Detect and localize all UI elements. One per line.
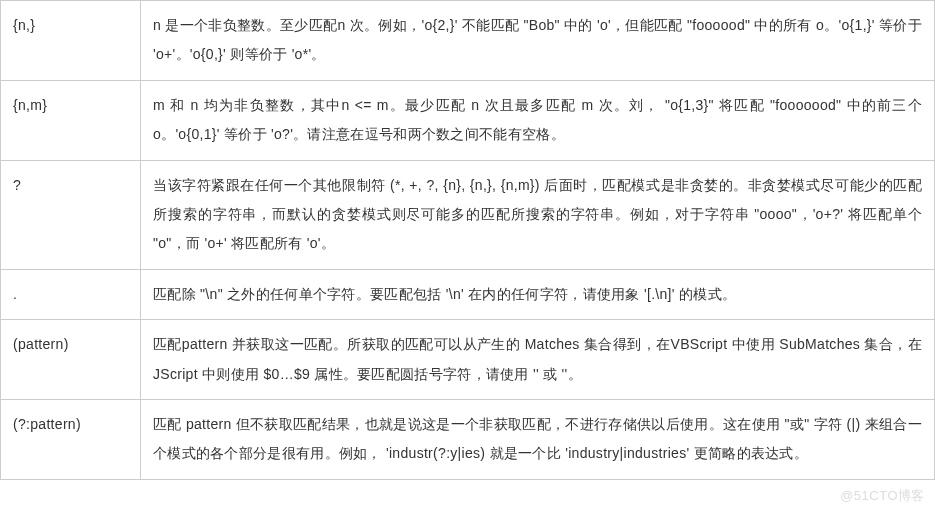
pattern-cell: {n,m} bbox=[1, 80, 141, 160]
description-cell: 匹配 pattern 但不获取匹配结果，也就是说这是一个非获取匹配，不进行存储供… bbox=[141, 399, 935, 479]
description-cell: 当该字符紧跟在任何一个其他限制符 (*, +, ?, {n}, {n,}, {n… bbox=[141, 160, 935, 269]
table-row: . 匹配除 "\n" 之外的任何单个字符。要匹配包括 '\n' 在内的任何字符，… bbox=[1, 269, 935, 319]
table-row: {n,m} m 和 n 均为非负整数，其中n <= m。最少匹配 n 次且最多匹… bbox=[1, 80, 935, 160]
table-row: {n,} n 是一个非负整数。至少匹配n 次。例如，'o{2,}' 不能匹配 "… bbox=[1, 1, 935, 81]
regex-reference-table: {n,} n 是一个非负整数。至少匹配n 次。例如，'o{2,}' 不能匹配 "… bbox=[0, 0, 935, 480]
table-row: (pattern) 匹配pattern 并获取这一匹配。所获取的匹配可以从产生的… bbox=[1, 320, 935, 400]
pattern-cell: (pattern) bbox=[1, 320, 141, 400]
description-cell: n 是一个非负整数。至少匹配n 次。例如，'o{2,}' 不能匹配 "Bob" … bbox=[141, 1, 935, 81]
pattern-cell: ? bbox=[1, 160, 141, 269]
pattern-cell: . bbox=[1, 269, 141, 319]
table-row: ? 当该字符紧跟在任何一个其他限制符 (*, +, ?, {n}, {n,}, … bbox=[1, 160, 935, 269]
pattern-cell: {n,} bbox=[1, 1, 141, 81]
description-cell: m 和 n 均为非负整数，其中n <= m。最少匹配 n 次且最多匹配 m 次。… bbox=[141, 80, 935, 160]
description-cell: 匹配除 "\n" 之外的任何单个字符。要匹配包括 '\n' 在内的任何字符，请使… bbox=[141, 269, 935, 319]
description-cell: 匹配pattern 并获取这一匹配。所获取的匹配可以从产生的 Matches 集… bbox=[141, 320, 935, 400]
pattern-cell: (?:pattern) bbox=[1, 399, 141, 479]
table-row: (?:pattern) 匹配 pattern 但不获取匹配结果，也就是说这是一个… bbox=[1, 399, 935, 479]
